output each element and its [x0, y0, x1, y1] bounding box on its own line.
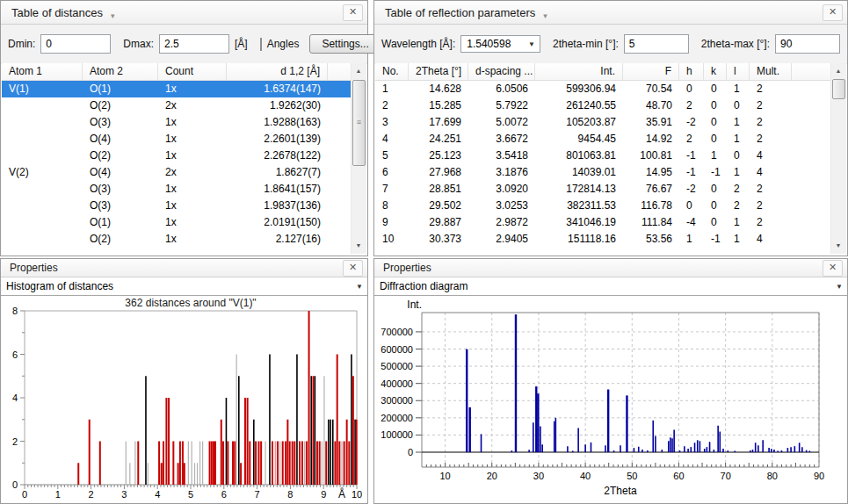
- svg-text:10: 10: [352, 489, 362, 500]
- table-cell: 2: [750, 198, 792, 214]
- distances-scrollbar[interactable]: ▲ ≡ ▼: [351, 63, 366, 254]
- settings-button[interactable]: Settings...: [309, 34, 381, 54]
- table-cell: O(3): [83, 198, 158, 214]
- scroll-up-icon[interactable]: ▲: [831, 64, 845, 78]
- svg-text:8: 8: [287, 489, 293, 500]
- table-cell: 27.968: [409, 164, 468, 181]
- table-row[interactable]: V(1)O(1)1x1.6374(147): [2, 81, 352, 97]
- table-row[interactable]: O(1)1x2.0191(150): [2, 214, 352, 231]
- table-cell: 100.81: [623, 148, 679, 164]
- table-row[interactable]: 1030.3732.9405151118.1653.561-114: [375, 231, 831, 248]
- table-cell: V(2): [2, 164, 83, 181]
- scroll-up-icon[interactable]: ▲: [352, 64, 366, 78]
- scroll-down-icon[interactable]: ▼: [352, 239, 366, 253]
- table-cell: 28.851: [409, 181, 468, 198]
- column-header[interactable]: Atom 2: [83, 63, 158, 80]
- table-cell: 1x: [158, 148, 227, 164]
- table-cell: 2.9405: [468, 231, 535, 248]
- close-icon[interactable]: ✕: [343, 4, 363, 21]
- table-cell: 0: [704, 131, 727, 148]
- combo-arrow-icon: ▼: [356, 283, 363, 291]
- column-header[interactable]: Int.: [535, 63, 623, 80]
- table-cell: 5.0072: [468, 114, 535, 131]
- column-header[interactable]: 2Theta [°]: [409, 63, 468, 80]
- close-icon[interactable]: ✕: [823, 4, 843, 21]
- panel-menu-caret-icon[interactable]: ▾: [111, 11, 115, 20]
- diffraction-titlebar: Properties ✕: [374, 259, 847, 277]
- theta-min-label: 2theta-min [°]:: [553, 38, 619, 50]
- table-row[interactable]: O(4)1x2.2601(139): [2, 131, 352, 148]
- theta-max-input[interactable]: [775, 34, 840, 54]
- selector-value: Histogram of distances: [6, 280, 351, 292]
- svg-text:1: 1: [55, 489, 61, 500]
- table-row[interactable]: O(2)2x1.9262(30): [2, 97, 352, 114]
- table-cell: 151118.16: [535, 231, 623, 248]
- reflections-table-header: No. 2Theta [°] d-spacing ... Int. F h k …: [375, 63, 831, 81]
- table-cell: -1: [679, 164, 704, 181]
- scroll-down-icon[interactable]: ▼: [831, 239, 845, 253]
- table-row[interactable]: O(3)1x1.9288(163): [2, 114, 352, 131]
- wavelength-combobox[interactable]: 1.540598 ▼: [460, 35, 540, 53]
- column-header[interactable]: No.: [375, 63, 409, 80]
- properties-selector[interactable]: Diffraction diagram ▼: [374, 277, 847, 296]
- column-header[interactable]: d-spacing ...: [468, 63, 535, 80]
- scrollbar-thumb[interactable]: ≡: [352, 80, 366, 166]
- reflections-table: No. 2Theta [°] d-spacing ... Int. F h k …: [375, 63, 846, 254]
- close-icon[interactable]: ✕: [823, 260, 843, 277]
- column-header[interactable]: F: [623, 63, 679, 80]
- histogram-titlebar: Properties ✕: [1, 259, 367, 277]
- table-cell: O(2): [83, 231, 158, 248]
- table-row[interactable]: 829.5023.0253382311.53116.780022: [375, 198, 831, 214]
- dmax-input[interactable]: [159, 34, 229, 54]
- wavelength-label: Wavelength [Å]:: [381, 38, 455, 50]
- table-row[interactable]: 317.6995.0072105203.8735.91-2012: [375, 114, 831, 131]
- column-header[interactable]: Atom 1: [2, 63, 83, 80]
- table-row[interactable]: O(2)1x2.127(16): [2, 231, 352, 248]
- table-cell: 0: [704, 214, 727, 231]
- table-row[interactable]: 114.6286.0506599306.9470.540012: [375, 81, 831, 97]
- angles-label: Angles: [267, 38, 300, 50]
- theta-min-input[interactable]: [624, 34, 689, 54]
- table-cell: O(1): [83, 81, 158, 97]
- angles-checkbox[interactable]: [260, 38, 262, 51]
- column-header[interactable]: l: [727, 63, 750, 80]
- svg-text:6: 6: [221, 489, 227, 500]
- svg-text:0: 0: [22, 489, 27, 500]
- column-header[interactable]: Count: [158, 63, 227, 80]
- table-cell: 3.5418: [468, 148, 535, 164]
- column-header[interactable]: d 1,2 [Å]: [227, 63, 328, 80]
- table-cell: [2, 148, 83, 164]
- table-row[interactable]: V(2)O(4)2x1.8627(7): [2, 164, 352, 181]
- close-icon[interactable]: ✕: [343, 260, 363, 277]
- panel-title: Table of reflection parameters: [385, 6, 535, 19]
- scrollbar-thumb[interactable]: [832, 79, 845, 99]
- table-cell: [2, 181, 83, 198]
- table-cell: 2x: [158, 97, 227, 114]
- combo-arrow-icon: ▼: [528, 40, 535, 48]
- table-cell: 9454.45: [535, 131, 623, 148]
- table-cell: 1x: [158, 231, 227, 248]
- properties-selector[interactable]: Histogram of distances ▼: [1, 277, 367, 296]
- panel-menu-caret-icon[interactable]: ▾: [543, 11, 547, 20]
- dmin-input[interactable]: [40, 34, 111, 54]
- column-header[interactable]: Mult.: [750, 63, 792, 80]
- column-header[interactable]: k: [704, 63, 727, 80]
- table-cell: 3.1876: [468, 164, 535, 181]
- table-cell: 1.8641(157): [227, 181, 328, 198]
- table-row[interactable]: 215.2855.7922261240.5548.702002: [375, 97, 831, 114]
- reflections-scrollbar[interactable]: ▲ ▼: [830, 63, 846, 254]
- table-row[interactable]: O(3)1x1.8641(157): [2, 181, 352, 198]
- thumb-grip-icon: ≡: [353, 119, 365, 126]
- table-row[interactable]: 424.2513.66729454.4514.922012: [375, 131, 831, 148]
- table-row[interactable]: 525.1233.5418801063.81100.81-1104: [375, 148, 831, 164]
- table-cell: 2: [750, 214, 792, 231]
- table-row[interactable]: O(2)1x2.2678(122): [2, 148, 352, 164]
- column-header[interactable]: h: [679, 63, 704, 80]
- svg-text:2: 2: [12, 436, 18, 447]
- table-row[interactable]: O(3)1x1.9837(136): [2, 198, 352, 214]
- table-row[interactable]: 728.8513.0920172814.1376.67-2022: [375, 181, 831, 198]
- svg-text:Int.: Int.: [407, 299, 422, 311]
- table-row[interactable]: 929.8872.9872341046.19111.84-4012: [375, 214, 831, 231]
- table-row[interactable]: 627.9683.187614039.0114.95-1-114: [375, 164, 831, 181]
- table-cell: -1: [704, 164, 727, 181]
